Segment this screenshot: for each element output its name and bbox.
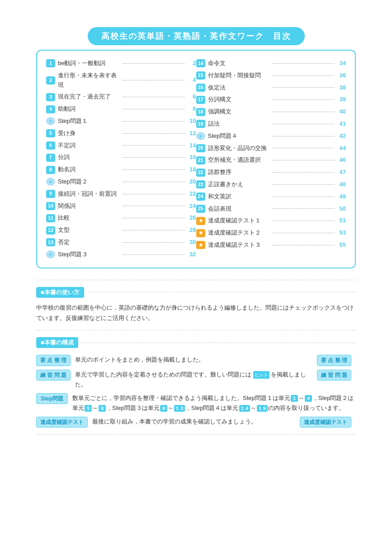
toc-dots (272, 148, 335, 148)
toc-label: 助動詞 (58, 104, 120, 114)
toc-label: 受け身 (58, 129, 120, 138)
toc-label: 達成度確認テスト３ (208, 240, 270, 250)
toc-label: 動名詞 (58, 165, 120, 174)
toc-page: 8 (187, 104, 196, 114)
toc-item: 9 接続詞・冠詞・前置詞 22 (46, 188, 196, 200)
toc-item: 12 文型 28 (46, 224, 196, 236)
toc-dots (272, 136, 335, 136)
comp-desc: 単元のポイントをまとめ，例題を掲載しました。 (75, 355, 317, 365)
toc-item: 18 強調構文 40 (196, 106, 346, 118)
toc-page: 14 (187, 141, 196, 151)
comp-row: 達成度確認テスト最後に取り組み，本書での学習の成果を確認してみましょう。達成度確… (36, 417, 356, 428)
toc-number: ★ (196, 241, 205, 249)
toc-dots (123, 169, 185, 170)
toc-page: 6 (187, 92, 196, 102)
toc-item: 6 不定詞 14 (46, 140, 196, 152)
toc-number: ★ (196, 217, 205, 225)
toc-dots (123, 182, 185, 182)
toc-page: 22 (187, 189, 196, 199)
toc-page: 46 (337, 155, 346, 165)
toc-number: 12 (46, 226, 55, 235)
toc-page: 18 (187, 165, 196, 174)
toc-item: 8 動名詞 18 (46, 164, 196, 176)
composition-header-section: ■本書の構成 (36, 337, 356, 348)
toc-item: 10 関係詞 24 (46, 200, 196, 212)
comp-label-left: 練 習 問 題 (36, 370, 71, 381)
toc-number: 21 (196, 156, 205, 165)
toc-number: ● (46, 117, 55, 125)
toc-item: 15 付加疑問・間接疑問 36 (196, 70, 346, 82)
toc-label: 和文英訳 (208, 192, 270, 202)
toc-item: 25 会話表現 50 (196, 203, 346, 215)
toc-label: 話法 (208, 119, 270, 129)
toc-label: 文型 (58, 226, 120, 235)
toc-item: 4 助動詞 8 (46, 103, 196, 115)
toc-label: 語形変化・品詞の交換 (208, 144, 270, 153)
toc-page: 48 (337, 180, 346, 189)
toc-page: 51 (337, 216, 346, 226)
toc-label: Step問題４ (208, 132, 270, 141)
toc-label: 達成度確認テスト１ (208, 216, 270, 226)
toc-item: ★ 達成度確認テスト３ 55 (196, 239, 346, 251)
inline-num: １３ (174, 405, 185, 412)
toc-number: 24 (196, 193, 205, 201)
composition-header-line (82, 343, 356, 343)
divider-1 (36, 280, 356, 280)
toc-label: Step問題１ (58, 117, 120, 126)
comp-label-left: 達成度確認テスト (36, 417, 88, 428)
toc-page: 38 (337, 83, 346, 93)
toc-page: 34 (337, 59, 346, 68)
toc-item: 17 分詞構文 39 (196, 94, 346, 106)
toc-page: 39 (337, 95, 346, 104)
toc-label: 仮定法 (208, 83, 270, 93)
toc-number: 18 (196, 108, 205, 116)
toc-dots (272, 221, 335, 221)
toc-number: 15 (196, 71, 205, 80)
toc-dots (123, 157, 185, 158)
hint-badge: ヒント (253, 371, 269, 379)
toc-dots (123, 242, 185, 243)
toc-label: 命令文 (208, 59, 270, 68)
toc-dots (272, 112, 335, 112)
toc-number: ● (46, 250, 55, 259)
toc-number: 22 (196, 169, 205, 177)
composition-section: 要 点 整 理単元のポイントをまとめ，例題を掲載しました。要 点 整 理練 習 … (36, 355, 356, 428)
inline-num: １ (291, 395, 298, 402)
toc-dots (272, 99, 335, 100)
comp-label-right: 要 点 整 理 (317, 355, 351, 366)
toc-dots (123, 97, 185, 97)
toc-label: be動詞・一般動詞 (58, 59, 120, 68)
toc-item: 7 分詞 16 (46, 151, 196, 164)
comp-row: 練 習 問 題単元で学習した内容を定着させるための問題です。難しい問題には ヒン… (36, 370, 356, 390)
toc-page: 42 (337, 132, 346, 141)
toc-number: 9 (46, 190, 55, 198)
toc-item: 13 否定 30 (46, 236, 196, 249)
toc-label: 強調構文 (208, 107, 270, 117)
toc-item: 24 和文英訳 49 (196, 191, 346, 203)
toc-item: 16 仮定法 38 (196, 82, 346, 94)
toc-item: 3 現在完了・過去完了 6 (46, 91, 196, 103)
inline-num: ５ (85, 405, 92, 412)
toc-item: ★ 達成度確認テスト２ 53 (196, 227, 346, 239)
usage-header-line (88, 292, 356, 292)
toc-item: ● Step問題４ 42 (196, 130, 346, 142)
toc-label: 現在完了・過去完了 (58, 92, 120, 102)
toc-item: 2 進行形・未来を表す表現 4 (46, 70, 196, 91)
toc-number: 13 (46, 238, 55, 246)
toc-label: 不定詞 (58, 141, 120, 151)
toc-number: 23 (196, 180, 205, 188)
toc-label: 関係詞 (58, 202, 120, 211)
toc-page: 12 (187, 129, 196, 138)
toc-left-col: 1 be動詞・一般動詞 2 2 進行形・未来を表す表現 4 3 現在完了・過去完… (46, 57, 196, 261)
toc-label: 分詞構文 (208, 95, 270, 104)
toc-page: 10 (187, 117, 196, 126)
toc-item: 21 空所補充・適語選択 46 (196, 154, 346, 166)
toc-item: 20 語形変化・品詞の交換 44 (196, 142, 346, 155)
toc-page: 32 (187, 250, 196, 259)
toc-item: 11 比較 26 (46, 212, 196, 224)
toc-dots (272, 184, 335, 185)
toc-label: 正誤書きかえ (208, 180, 270, 189)
title-section: 高校生の英単語・英熟語・英作文ワーク 目次 (36, 27, 356, 45)
toc-dots (272, 87, 335, 88)
usage-header-section: ■本書の使い方 (36, 287, 356, 298)
